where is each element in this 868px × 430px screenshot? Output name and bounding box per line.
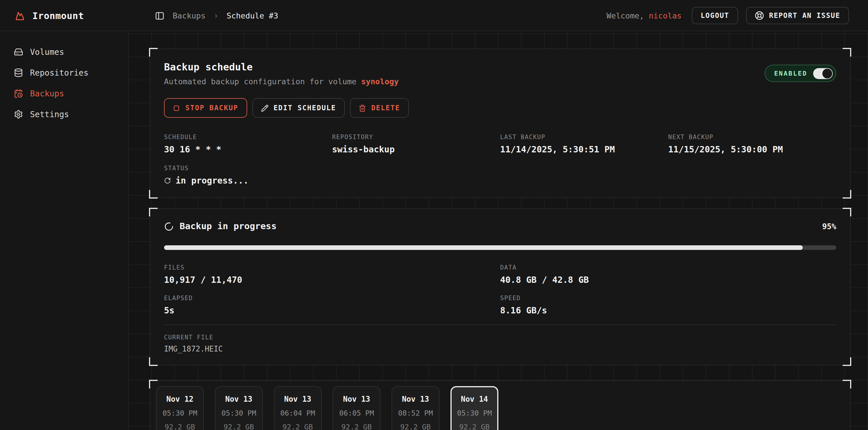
snapshot-card[interactable]: Nov 13 06:05 PM 92.2 GB: [333, 386, 380, 430]
delete-label: DELETE: [371, 104, 400, 112]
field-value: 11/14/2025, 5:30:51 PM: [500, 144, 668, 155]
pencil-icon: [261, 104, 268, 112]
switch-knob: [823, 68, 832, 78]
status-text: in progress...: [176, 175, 249, 186]
snapshot-time: 05:30 PM: [156, 409, 203, 417]
stat-value: 5s: [164, 305, 500, 316]
report-issue-button[interactable]: REPORT AN ISSUE: [746, 7, 849, 24]
snapshot-history-card: Nov 12 05:30 PM 92.2 GB Nov 13 05:30 PM …: [150, 381, 851, 430]
snapshot-card[interactable]: Nov 13 06:04 PM 92.2 GB: [274, 386, 322, 430]
corner-bracket: [149, 48, 158, 57]
trash-icon: [359, 104, 366, 112]
snapshot-date: Nov 12: [156, 395, 203, 403]
progress-stats: FILES 10,917 / 11,470 DATA 40.8 GB / 42.…: [164, 264, 836, 316]
logout-button[interactable]: LOGOUT: [692, 7, 738, 24]
stat-value: 8.16 GB/s: [500, 305, 836, 316]
progress-title: Backup in progress: [164, 221, 277, 231]
field-label: NEXT BACKUP: [668, 133, 836, 140]
top-header: Ironmount Backups › Schedule #3 Welcome,…: [0, 0, 868, 31]
snapshot-size: 92.2 GB: [333, 423, 380, 430]
stat-label: ELAPSED: [164, 294, 500, 301]
snapshot-date: Nov 13: [333, 395, 380, 403]
corner-bracket: [843, 357, 851, 366]
card-title: Backup schedule: [164, 61, 836, 73]
divider: [164, 324, 836, 325]
gear-icon: [14, 110, 23, 119]
stat-elapsed: ELAPSED 5s: [164, 294, 500, 316]
calendar-clock-icon: [14, 89, 23, 98]
snapshot-card[interactable]: Nov 13 08:52 PM 92.2 GB: [392, 386, 439, 430]
snapshot-date: Nov 14: [452, 395, 497, 403]
stat-value: 40.8 GB / 42.8 GB: [500, 275, 836, 285]
edit-schedule-button[interactable]: EDIT SCHEDULE: [252, 98, 344, 118]
corner-bracket: [843, 208, 851, 217]
enabled-toggle-pill[interactable]: ENABLED: [765, 65, 836, 82]
backup-schedule-card: Backup schedule Automated backup configu…: [150, 48, 851, 198]
current-file-block: CURRENT FILE IMG_1872.HEIC: [164, 334, 836, 353]
volume-name: synology: [361, 77, 399, 86]
snapshot-card[interactable]: Nov 12 05:30 PM 92.2 GB: [156, 386, 204, 430]
field-label: LAST BACKUP: [500, 133, 668, 140]
field-schedule: SCHEDULE 30 16 * * *: [164, 133, 332, 155]
corner-bracket: [149, 357, 158, 366]
app-root: Ironmount Backups › Schedule #3 Welcome,…: [0, 0, 868, 430]
stop-backup-label: STOP BACKUP: [185, 104, 238, 112]
sidebar-item-backups[interactable]: Backups: [0, 83, 128, 104]
field-value: 30 16 * * *: [164, 144, 332, 155]
corner-bracket: [843, 48, 851, 57]
progress-percent: 95%: [822, 222, 836, 231]
snapshot-card[interactable]: Nov 13 05:30 PM 92.2 GB: [215, 386, 263, 430]
field-value: 11/15/2025, 5:30:00 PM: [668, 144, 836, 155]
sidebar: Volumes Repositories Backups: [0, 31, 129, 430]
snapshot-size: 92.2 GB: [215, 423, 262, 430]
schedule-actions: STOP BACKUP EDIT SCHEDULE: [164, 98, 836, 118]
username: nicolas: [649, 11, 682, 20]
stat-value: 10,917 / 11,470: [164, 275, 500, 285]
stop-icon: [173, 104, 180, 112]
snapshot-size: 92.2 GB: [274, 423, 321, 430]
field-label: REPOSITORY: [332, 133, 500, 140]
snapshot-card-selected[interactable]: Nov 14 05:30 PM 92.2 GB: [451, 386, 498, 430]
field-label: SCHEDULE: [164, 133, 332, 140]
mountain-logo-icon: [14, 9, 26, 22]
breadcrumb-backups[interactable]: Backups: [173, 11, 206, 20]
stop-backup-button[interactable]: STOP BACKUP: [164, 98, 247, 118]
delete-button[interactable]: DELETE: [350, 98, 409, 118]
sidebar-toggle-icon[interactable]: [155, 11, 164, 21]
stat-label: DATA: [500, 264, 836, 271]
rotate-cw-icon: [164, 177, 171, 184]
stat-label: SPEED: [500, 294, 836, 301]
snapshot-time: 06:05 PM: [333, 409, 380, 417]
welcome-prefix: Welcome,: [607, 11, 649, 20]
sidebar-item-label: Volumes: [30, 47, 64, 57]
corner-bracket: [149, 208, 158, 217]
snapshot-time: 06:04 PM: [274, 409, 321, 417]
brand: Ironmount: [14, 0, 84, 31]
status-block: STATUS in progress...: [164, 165, 836, 186]
life-buoy-icon: [754, 11, 764, 20]
stat-speed: SPEED 8.16 GB/s: [500, 294, 836, 316]
field-repository: REPOSITORY swiss-backup: [332, 133, 500, 155]
report-issue-label: REPORT AN ISSUE: [769, 11, 840, 20]
database-icon: [14, 68, 23, 77]
field-last-backup: LAST BACKUP 11/14/2025, 5:30:51 PM: [500, 133, 668, 155]
snapshot-date: Nov 13: [392, 395, 439, 403]
snapshot-date: Nov 13: [274, 395, 321, 403]
status-value: in progress...: [164, 175, 836, 186]
app-title: Ironmount: [32, 10, 84, 21]
sidebar-item-label: Settings: [30, 110, 69, 119]
snapshot-time: 08:52 PM: [392, 409, 439, 417]
sidebar-item-settings[interactable]: Settings: [0, 104, 128, 125]
sidebar-item-label: Backups: [30, 89, 64, 98]
progress-header: Backup in progress 95%: [164, 221, 836, 231]
stat-files: FILES 10,917 / 11,470: [164, 264, 500, 285]
stage: Ironmount Backups › Schedule #3 Welcome,…: [0, 0, 868, 430]
enabled-switch[interactable]: [813, 68, 833, 79]
progress-title-text: Backup in progress: [180, 221, 277, 231]
main-content: Backup schedule Automated backup configu…: [129, 31, 868, 430]
schedule-fields: SCHEDULE 30 16 * * * REPOSITORY swiss-ba…: [164, 133, 836, 155]
sidebar-item-volumes[interactable]: Volumes: [0, 41, 128, 62]
current-file-value: IMG_1872.HEIC: [164, 344, 836, 353]
backup-progress-card: Backup in progress 95% FILES 10,917 / 11…: [150, 208, 851, 365]
sidebar-item-repositories[interactable]: Repositories: [0, 62, 128, 83]
